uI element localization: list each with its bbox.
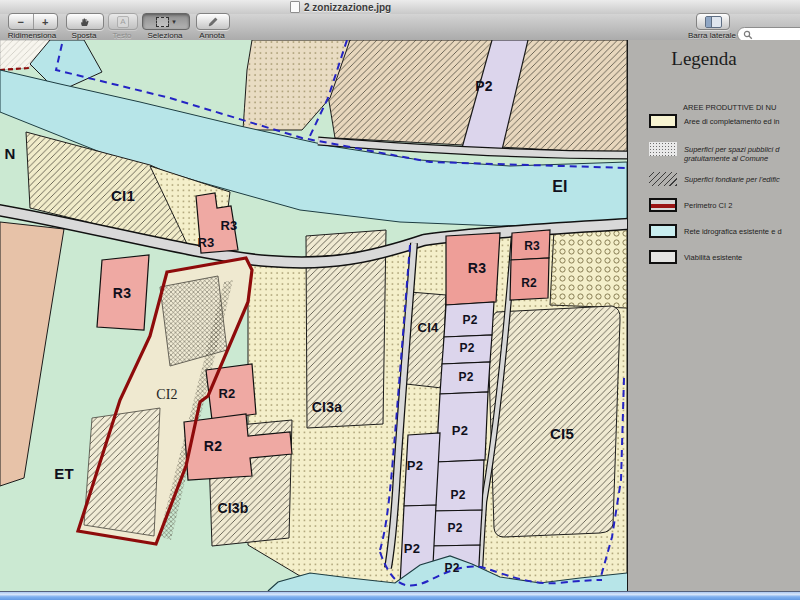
text-button: A xyxy=(108,13,138,30)
sidebar-icon xyxy=(705,16,722,28)
zone-ci5-hatch xyxy=(489,306,620,537)
legend-item: Rete idrografica esistente e d xyxy=(628,224,800,242)
search-icon xyxy=(743,30,753,40)
zone-circles xyxy=(550,228,627,308)
annotate-label: Annota xyxy=(192,31,232,40)
zoning-map-canvas[interactable] xyxy=(0,40,627,591)
legend-title: Legenda xyxy=(628,48,780,70)
select-label: Seleziona xyxy=(140,31,190,40)
legend-item: Viabilità esistente xyxy=(628,250,800,268)
text-label: Testo xyxy=(104,31,140,40)
move-label: Sposta xyxy=(62,31,106,40)
window-title-group: 2 zonizzazione.jpg xyxy=(290,1,391,13)
legend-item: Superfici per spazi pubblici dgratuitame… xyxy=(628,142,800,160)
text-icon: A xyxy=(117,16,129,28)
legend-swatch-viabilita xyxy=(649,250,677,264)
annotate-button[interactable] xyxy=(196,13,230,30)
legend-swatch-completamento xyxy=(649,114,677,128)
legend-swatch-spazi-pubblici xyxy=(649,142,677,156)
legend-item: Superfici fondiarie per l'edific xyxy=(628,172,800,190)
zoom-out-icon[interactable]: − xyxy=(9,14,33,29)
document-proxy-icon[interactable] xyxy=(290,1,300,13)
legend-item: Perimetro CI 2 xyxy=(628,198,800,216)
sidebar-toggle-label: Barra laterale xyxy=(682,31,742,40)
selection-icon xyxy=(156,17,169,27)
move-button[interactable] xyxy=(66,13,104,30)
window-title: 2 zonizzazione.jpg xyxy=(304,2,391,13)
toolbar: − + Ridimensiona Sposta A Testo ▾ Selezi… xyxy=(0,14,800,41)
select-button[interactable]: ▾ xyxy=(142,13,190,30)
legend-panel: Legenda AREE PRODUTTIVE DI NU Aree di co… xyxy=(627,40,800,591)
pencil-icon xyxy=(207,16,219,28)
resize-label: Ridimensiona xyxy=(4,31,60,40)
legend-item: Aree di completamento ed in xyxy=(628,114,800,132)
zoom-in-icon[interactable]: + xyxy=(33,14,58,29)
horizontal-scrollbar[interactable] xyxy=(0,591,800,600)
map-document[interactable]: NCI1EIP2R3R3R3R3R3R2CI4CI2R2R2CI3aCI3bET… xyxy=(0,40,627,591)
legend-swatch-perimetro xyxy=(649,198,677,212)
legend-swatch-idrografica xyxy=(649,224,677,238)
preview-window: { "window": { "title": "2 zonizzazione.j… xyxy=(0,0,800,600)
chevron-down-icon: ▾ xyxy=(172,18,176,26)
zone-top-hatched xyxy=(328,40,627,154)
legend-swatch-fondiarie xyxy=(649,172,677,186)
sidebar-toggle-button[interactable] xyxy=(696,13,730,30)
legend-section-header: AREE PRODUTTIVE DI NU xyxy=(683,103,776,112)
hand-icon xyxy=(79,16,91,28)
resize-button-group[interactable]: − + xyxy=(8,13,58,30)
